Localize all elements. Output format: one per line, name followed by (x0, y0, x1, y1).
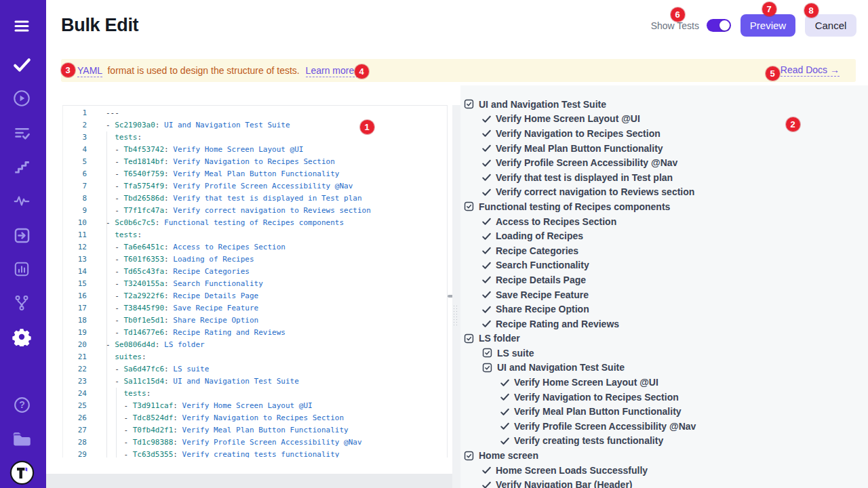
sidebar: ? (0, 0, 46, 488)
test-check-icon (481, 187, 492, 197)
test-plans-icon[interactable] (0, 119, 43, 146)
settings-gear-icon[interactable] (0, 323, 43, 350)
tree-suite-row[interactable]: Home screen (463, 448, 868, 463)
branch-icon[interactable] (0, 289, 43, 317)
code-line[interactable]: - T3240155a: Search Functionality (106, 278, 371, 290)
tree-test-row[interactable]: Verify Home Screen Layout @UI (463, 375, 868, 390)
suite-checkbox-icon (463, 98, 475, 110)
tree-item-label: Verify Navigation Bar (Header) (496, 479, 633, 488)
code-line[interactable]: - Tb0f1e5d1: Share Recipe Option (106, 314, 371, 327)
code-line[interactable]: - Sa11c15d4: UI and Navigation Test Suit… (106, 375, 371, 388)
tree-suite-row[interactable]: LS folder (463, 331, 868, 346)
code-line[interactable]: - Ted1814bf: Verify Navigation to Recipe… (106, 156, 371, 168)
code-line[interactable]: - Se0806d4d: LS folder (106, 339, 371, 351)
tests-check-icon[interactable] (0, 51, 43, 78)
projects-folder-icon[interactable] (0, 425, 43, 452)
editor-code[interactable]: ---- Sc21903a0: UI and Navigation Test S… (63, 107, 371, 458)
test-check-icon (481, 480, 492, 488)
code-line[interactable]: - Sc21903a0: UI and Navigation Test Suit… (106, 119, 371, 131)
tree-test-row[interactable]: Verify Meal Plan Button Functionality (463, 404, 868, 419)
code-line[interactable]: - T2a2922f6: Recipe Details Page (106, 290, 371, 302)
tree-test-row[interactable]: Loading of Recipes (463, 228, 868, 243)
show-tests-toggle[interactable] (707, 19, 731, 32)
annotation-badge-5: 5 (766, 66, 780, 81)
tree-test-row[interactable]: Verify Profile Screen Accessibility @Nav (463, 155, 868, 170)
code-line[interactable]: tests: (106, 388, 371, 400)
help-icon[interactable]: ? (0, 391, 43, 418)
code-line[interactable]: tests: (106, 131, 371, 144)
suite-checkbox-icon (463, 201, 475, 212)
import-icon[interactable] (0, 222, 43, 249)
code-line[interactable]: - Td14677e6: Recipe Rating and Reviews (106, 327, 371, 339)
tree-test-row[interactable]: Verify Navigation to Recipes Section (463, 390, 868, 405)
code-line[interactable]: - Ta6e6451c: Access to Recipes Section (106, 241, 371, 253)
test-check-icon (481, 319, 492, 329)
code-line[interactable]: - T38445f90: Save Recipe Feature (106, 302, 371, 314)
tree-item-label: Verify Home Screen Layout @UI (514, 377, 658, 388)
yaml-link[interactable]: YAML (77, 65, 102, 77)
code-line[interactable]: - T6540f759: Verify Meal Plan Button Fun… (106, 168, 371, 180)
test-check-icon (500, 407, 510, 417)
tree-item-label: Verify Meal Plan Button Functionality (496, 143, 663, 154)
code-line[interactable]: - T601f6353: Loading of Recipes (106, 253, 371, 266)
tree-suite-row[interactable]: LS suite (463, 346, 868, 361)
tests-preview-panel: UI and Navigation Test SuiteVerify Home … (460, 85, 868, 488)
tree-test-row[interactable]: Verify Meal Plan Button Functionality (463, 141, 868, 156)
tree-test-row[interactable]: Verify creating tests functionality (463, 434, 868, 449)
code-line[interactable]: - Tbd26586d: Verify that test is display… (106, 192, 371, 205)
tests-tree: UI and Navigation Test SuiteVerify Home … (460, 85, 868, 488)
tree-test-row[interactable]: Verify Home Screen Layout @UI (463, 112, 868, 127)
tree-test-row[interactable]: Verify that test is displayed in Test pl… (463, 170, 868, 185)
tree-test-row[interactable]: Search Functionality (463, 258, 868, 273)
read-docs-link[interactable]: Read Docs → (781, 64, 840, 77)
menu-icon[interactable] (0, 12, 43, 39)
tree-test-row[interactable]: Verify Profile Screen Accessibility @Nav (463, 419, 868, 434)
tree-test-row[interactable]: Verify Navigation to Recipes Section (463, 126, 868, 141)
test-check-icon (500, 436, 510, 446)
tree-test-row[interactable]: Verify correct navigation to Reviews sec… (463, 185, 868, 200)
test-check-icon (481, 245, 492, 256)
code-line[interactable]: - Tfa5754f9: Verify Profile Screen Acces… (106, 180, 371, 192)
pulse-icon[interactable] (0, 187, 43, 214)
tree-test-row[interactable]: Verify Navigation Bar (Header) (463, 477, 868, 488)
code-line[interactable]: - Sa6d47fc6: LS suite (106, 363, 371, 375)
tree-suite-row[interactable]: Functional testing of Recipes components (463, 199, 868, 214)
tree-test-row[interactable]: Recipe Details Page (463, 272, 868, 287)
tree-item-label: Home screen (479, 450, 538, 461)
cancel-button[interactable]: Cancel (805, 14, 856, 37)
code-line[interactable]: tests: (106, 229, 371, 241)
tree-test-row[interactable]: Home Screen Loads Successfully (463, 463, 868, 478)
code-line[interactable]: - T3d911caf: Verify Home Screen Layout @… (106, 400, 371, 412)
code-line[interactable]: - Td65c43fa: Recipe Categories (106, 266, 371, 278)
tree-suite-row[interactable]: UI and Navigation Test Suite (463, 97, 868, 112)
annotation-badge-1: 1 (360, 120, 374, 134)
annotation-badge-7: 7 (762, 2, 776, 16)
code-line[interactable]: - Tc63d5355: Verify creating tests funct… (106, 449, 371, 458)
code-line[interactable]: suites: (106, 351, 371, 363)
code-line[interactable]: - Sc0b6c7c5: Functional testing of Recip… (106, 217, 371, 229)
tree-test-row[interactable]: Access to Recipes Section (463, 214, 868, 229)
code-line[interactable]: - Tdc8524df: Verify Navigation to Recipe… (106, 412, 371, 424)
tree-test-row[interactable]: Share Recipe Option (463, 302, 868, 317)
code-line[interactable]: - Td1c98388: Verify Profile Screen Acces… (106, 436, 371, 449)
tree-test-row[interactable]: Save Recipe Feature (463, 287, 868, 302)
tree-test-row[interactable]: Recipe Rating and Reviews (463, 317, 868, 331)
tree-test-row[interactable]: Recipe Categories (463, 243, 868, 258)
code-line[interactable]: - T7f1fc47a: Verify correct navigation t… (106, 205, 371, 217)
code-line[interactable]: - T0fb4d2f1: Verify Meal Plan Button Fun… (106, 424, 371, 436)
preview-button[interactable]: Preview (741, 14, 795, 37)
banner-text: format is used to design the structure o… (107, 65, 299, 76)
test-check-icon (481, 216, 492, 226)
runs-play-icon[interactable] (0, 85, 43, 112)
steps-icon[interactable] (0, 153, 43, 180)
code-line[interactable]: - Tb4f53742: Verify Home Screen Layout @… (106, 144, 371, 156)
yaml-editor[interactable]: 1234567891011121314151617181920212223242… (62, 105, 448, 458)
learn-more-link[interactable]: Learn more ↓ (306, 65, 361, 77)
tree-suite-row[interactable]: UI and Navigation Test Suite (463, 361, 868, 375)
test-check-icon (500, 392, 510, 402)
app-logo[interactable] (0, 459, 43, 486)
panel-resizer[interactable] (452, 105, 460, 488)
tree-item-label: Verify creating tests functionality (514, 435, 663, 446)
code-line[interactable]: --- (106, 107, 371, 119)
analytics-icon[interactable] (0, 256, 43, 283)
